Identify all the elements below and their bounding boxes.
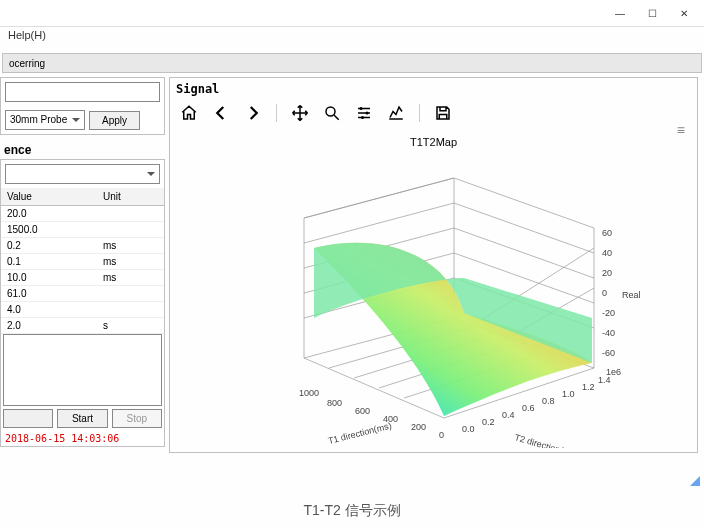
table-row[interactable]: 0.1ms [1,254,164,270]
menu-help[interactable]: Help(H) [8,29,46,41]
chart-title: T1T2Map [410,130,457,148]
configure-icon[interactable] [355,104,373,122]
save-icon[interactable] [434,104,452,122]
svg-text:0.6: 0.6 [522,403,535,413]
svg-text:0.8: 0.8 [542,396,555,406]
log-textarea[interactable] [3,334,162,406]
signal-title: Signal [170,78,697,100]
table-row[interactable]: 10.0ms [1,270,164,286]
y-axis-label: T2 direction(ms) [513,432,578,448]
svg-text:200: 200 [411,422,426,432]
probe-select-value: 30mm Probe [10,114,67,125]
separator [419,104,420,122]
svg-point-3 [361,116,364,119]
ribbon-tabs[interactable]: ocerring [2,53,702,73]
separator [276,104,277,122]
svg-text:-60: -60 [602,348,615,358]
svg-text:0.2: 0.2 [482,417,495,427]
figure-caption: T1-T2 信号示例 [0,502,704,520]
col-unit: Unit [97,188,164,206]
svg-text:-20: -20 [602,308,615,318]
menubar: Help(H) [0,27,704,51]
svg-text:0.0: 0.0 [462,424,475,434]
back-icon[interactable] [212,104,230,122]
table-row[interactable]: 1500.0 [1,222,164,238]
svg-text:-40: -40 [602,328,615,338]
signal-panel: Signal ≡ T1T2Map [169,77,698,453]
svg-point-0 [326,107,335,116]
svg-text:0.4: 0.4 [502,410,515,420]
table-row[interactable]: 4.0 [1,302,164,318]
svg-text:1000: 1000 [299,388,319,398]
zoom-icon[interactable] [323,104,341,122]
svg-text:800: 800 [327,398,342,408]
edit-axes-icon[interactable] [387,104,405,122]
text-input[interactable] [5,82,160,102]
col-value: Value [1,188,97,206]
resize-handle-icon[interactable] [690,476,700,486]
probe-select[interactable]: 30mm Probe [5,110,85,130]
svg-line-4 [304,203,454,243]
x-axis-label: T1 direction(ms) [327,421,393,446]
svg-text:60: 60 [602,228,612,238]
pan-icon[interactable] [291,104,309,122]
minimize-button[interactable]: — [604,3,636,23]
svg-text:40: 40 [602,248,612,258]
svg-point-2 [366,112,369,115]
sequence-select[interactable] [5,164,160,184]
table-row[interactable]: 2.0s [1,318,164,334]
table-row[interactable]: 0.2ms [1,238,164,254]
svg-text:1.0: 1.0 [562,389,575,399]
svg-text:1.2: 1.2 [582,382,595,392]
stop-button: Stop [112,409,162,428]
svg-text:20: 20 [602,268,612,278]
table-row[interactable]: 61.0 [1,286,164,302]
svg-text:0: 0 [439,430,444,440]
section-title: ence [0,141,165,159]
svg-text:0: 0 [602,288,607,298]
close-button[interactable]: ✕ [668,3,700,23]
ribbon-tab-label: ocerring [9,58,45,69]
svg-text:600: 600 [355,406,370,416]
timestamp: 2018-06-15 14:03:06 [1,431,164,446]
y-exponent: 1e6 [606,367,621,377]
z-axis-label: Real [622,290,641,300]
apply-button[interactable]: Apply [89,111,140,130]
window-titlebar: — ☐ ✕ [0,0,704,27]
home-icon[interactable] [180,104,198,122]
blank-button[interactable] [3,409,53,428]
plot-menu-icon[interactable]: ≡ [677,122,685,138]
table-row[interactable]: 20.0 [1,206,164,222]
start-button[interactable]: Start [57,409,107,428]
svg-point-1 [360,107,363,110]
maximize-button[interactable]: ☐ [636,3,668,23]
svg-line-9 [454,228,594,278]
plot-toolbar [170,100,697,130]
parameter-table: Value Unit 20.0 1500.0 0.2ms 0.1ms 10.0m… [1,188,164,334]
surface-chart[interactable]: 60 40 20 0 -20 -40 -60 Real 1000 800 600… [214,148,654,448]
forward-icon[interactable] [244,104,262,122]
svg-line-8 [454,203,594,253]
